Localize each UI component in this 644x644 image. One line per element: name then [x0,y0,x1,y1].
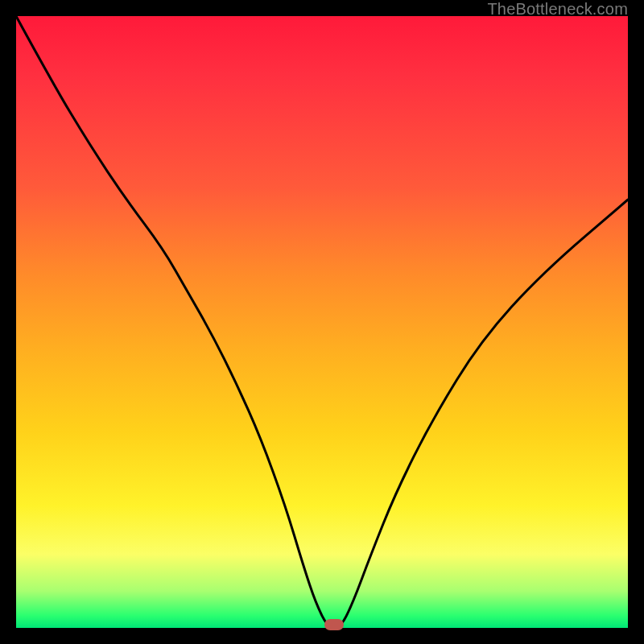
minimum-marker [324,619,344,630]
plot-area [16,16,628,628]
watermark-text: TheBottleneck.com [487,0,628,19]
chart-stage: TheBottleneck.com [0,0,644,644]
